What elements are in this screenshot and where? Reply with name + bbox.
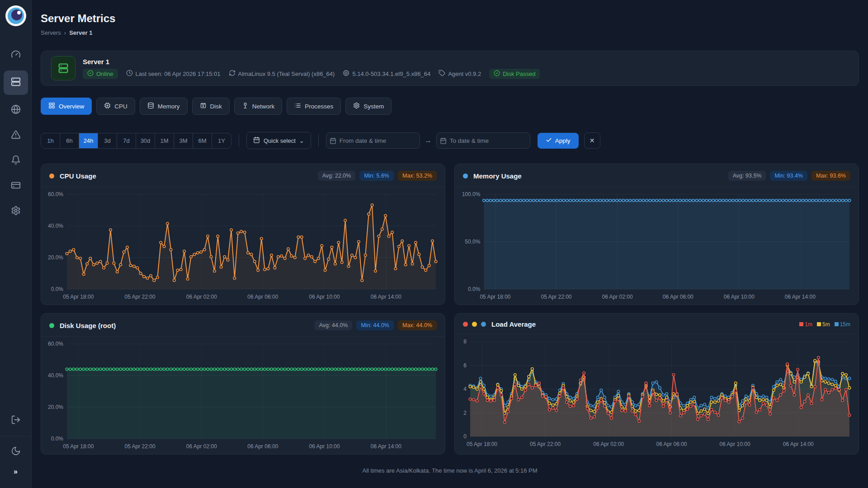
chart-title: Disk Usage (root) xyxy=(60,322,116,329)
svg-text:0.0%: 0.0% xyxy=(51,436,64,442)
sidebar-item-dashboard[interactable] xyxy=(4,45,28,65)
server-name: Server 1 xyxy=(83,58,540,66)
sidebar: » xyxy=(0,0,32,488)
logo-eye-icon xyxy=(8,8,24,24)
apply-button[interactable]: Apply xyxy=(538,133,579,149)
calendar-icon xyxy=(326,137,340,144)
sidebar-item-servers[interactable] xyxy=(4,70,28,95)
svg-text:6: 6 xyxy=(463,362,467,369)
legend-swatch-1m xyxy=(799,322,803,326)
arrow-right-icon: → xyxy=(425,136,432,145)
agent-version: Agent v0.9.2 xyxy=(439,70,481,78)
legend-swatch-5m xyxy=(817,322,821,326)
tab-system[interactable]: System xyxy=(345,98,392,115)
svg-text:06 Apr 06:00: 06 Apr 06:00 xyxy=(656,441,687,447)
breadcrumb-current: Server 1 xyxy=(69,29,92,37)
check-circle-icon xyxy=(494,70,500,78)
range-segmented-control: 1h 6h 24h 3d 7d 30d 1M 3M 6M 1Y xyxy=(41,133,231,149)
to-date-field[interactable] xyxy=(436,132,530,149)
svg-text:2: 2 xyxy=(463,410,467,416)
range-1h[interactable]: 1h xyxy=(41,133,60,148)
svg-text:06 Apr 02:00: 06 Apr 02:00 xyxy=(186,443,217,450)
svg-text:05 Apr 18:00: 05 Apr 18:00 xyxy=(480,294,510,300)
from-date-field[interactable] xyxy=(326,132,420,149)
credit-card-icon xyxy=(11,180,21,192)
svg-text:40.0%: 40.0% xyxy=(48,223,63,229)
range-3M[interactable]: 3M xyxy=(174,133,193,148)
moon-icon xyxy=(11,446,21,458)
gauge-icon xyxy=(11,49,21,61)
breadcrumb: Servers › Server 1 xyxy=(41,29,859,37)
svg-text:40.0%: 40.0% xyxy=(48,372,63,379)
breadcrumb-separator: › xyxy=(64,29,66,37)
memory-usage-chart: 0.0%50.0%100.0%05 Apr 18:0005 Apr 22:000… xyxy=(458,189,854,303)
svg-text:06 Apr 02:00: 06 Apr 02:00 xyxy=(186,294,217,300)
min-badge: Min: 5.6% xyxy=(359,171,394,181)
tab-cpu[interactable]: CPU xyxy=(96,98,135,115)
tab-disk[interactable]: Disk xyxy=(192,98,230,115)
cpu-icon xyxy=(104,102,111,110)
to-date-input[interactable] xyxy=(450,137,530,144)
check-circle-icon xyxy=(87,70,94,78)
svg-text:60.0%: 60.0% xyxy=(48,191,63,197)
bell-icon xyxy=(11,155,21,167)
server-icon xyxy=(11,77,21,89)
svg-text:06 Apr 10:00: 06 Apr 10:00 xyxy=(309,443,340,450)
sidebar-item-settings[interactable] xyxy=(4,202,28,221)
svg-text:4: 4 xyxy=(463,386,467,392)
sidebar-item-alerts[interactable] xyxy=(4,126,28,145)
sidebar-item-notifications[interactable] xyxy=(4,151,28,171)
range-1Y[interactable]: 1Y xyxy=(212,133,231,148)
range-1M[interactable]: 1M xyxy=(155,133,174,148)
charts-grid: CPU Usage Avg: 22.0% Min: 5.6% Max: 53.2… xyxy=(41,164,859,455)
svg-text:06 Apr 14:00: 06 Apr 14:00 xyxy=(783,441,814,447)
tab-memory[interactable]: Memory xyxy=(140,98,188,115)
avg-badge: Avg: 93.5% xyxy=(728,171,766,181)
svg-text:06 Apr 06:00: 06 Apr 06:00 xyxy=(247,443,278,450)
disk-usage-card: Disk Usage (root) Avg: 44.0% Min: 44.0% … xyxy=(41,313,445,455)
sidebar-item-web[interactable] xyxy=(4,100,28,120)
range-6M[interactable]: 6M xyxy=(193,133,212,148)
sidebar-collapse-button[interactable]: » xyxy=(4,462,28,482)
svg-text:06 Apr 06:00: 06 Apr 06:00 xyxy=(247,294,278,300)
logout-button[interactable] xyxy=(4,411,28,431)
range-3d[interactable]: 3d xyxy=(98,133,117,148)
svg-text:06 Apr 14:00: 06 Apr 14:00 xyxy=(371,294,401,300)
page-title: Server Metrics xyxy=(41,12,859,25)
breadcrumb-parent[interactable]: Servers xyxy=(41,29,61,37)
from-date-input[interactable] xyxy=(340,137,420,144)
svg-text:05 Apr 22:00: 05 Apr 22:00 xyxy=(125,443,156,450)
memory-series-dot xyxy=(463,174,468,178)
avg-badge: Avg: 44.0% xyxy=(315,320,353,330)
timezone-footer: All times are Asia/Kolkata. The time now… xyxy=(41,467,859,474)
database-icon xyxy=(147,102,154,110)
range-6h[interactable]: 6h xyxy=(60,133,79,148)
metric-tabs: Overview CPU Memory Disk Network Process… xyxy=(41,98,859,115)
svg-text:06 Apr 10:00: 06 Apr 10:00 xyxy=(724,294,755,300)
clear-range-button[interactable]: ✕ xyxy=(584,132,600,149)
svg-text:100.0%: 100.0% xyxy=(462,191,481,197)
svg-text:0.0%: 0.0% xyxy=(468,286,481,292)
chart-title: Load Average xyxy=(491,320,536,328)
last-seen: Last seen: 06 Apr 2026 17:15:01 xyxy=(126,70,221,78)
list-icon xyxy=(294,102,301,110)
load-5m-dot xyxy=(472,322,477,327)
quick-select-button[interactable]: Quick select ⌄ xyxy=(246,132,311,149)
range-7d[interactable]: 7d xyxy=(117,133,136,148)
logout-icon xyxy=(11,415,21,427)
svg-text:0: 0 xyxy=(463,433,467,440)
range-24h[interactable]: 24h xyxy=(79,133,98,148)
tab-network[interactable]: Network xyxy=(234,98,283,115)
alert-triangle-icon xyxy=(11,130,21,141)
tab-overview[interactable]: Overview xyxy=(41,98,92,115)
load-legend: 1m 5m 15m xyxy=(799,321,850,328)
app-logo[interactable] xyxy=(5,5,26,26)
kernel-info: 5.14.0-503.34.1.el9_5.x86_64 xyxy=(343,70,430,78)
tab-processes[interactable]: Processes xyxy=(287,98,341,115)
range-30d[interactable]: 30d xyxy=(136,133,155,148)
theme-toggle-button[interactable] xyxy=(4,442,28,462)
disk-usage-chart: 0.0%20.0%40.0%60.0%05 Apr 18:0005 Apr 22… xyxy=(44,338,440,452)
svg-text:20.0%: 20.0% xyxy=(48,404,63,410)
sidebar-item-billing[interactable] xyxy=(4,176,28,196)
chart-title: CPU Usage xyxy=(60,172,96,180)
